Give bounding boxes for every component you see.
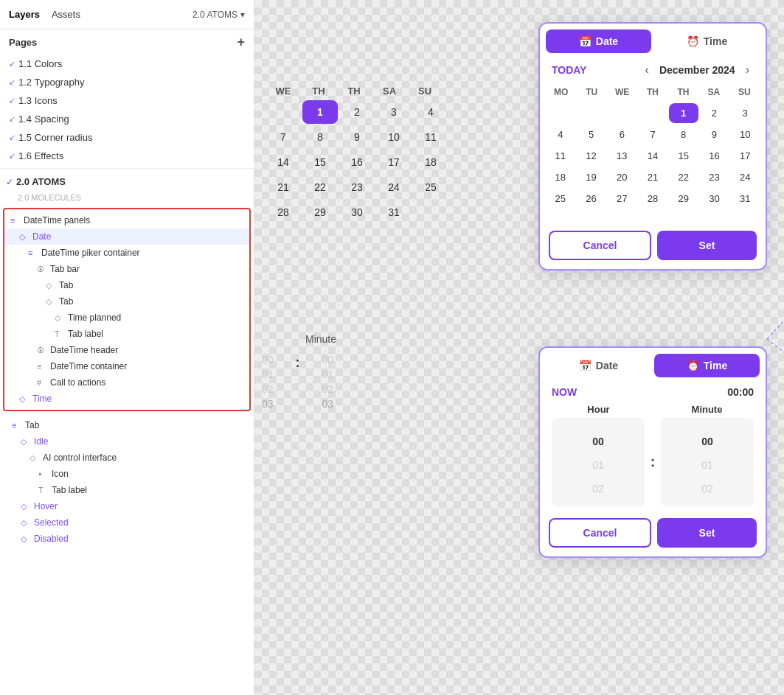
hour-item[interactable]: 02 [552, 477, 645, 500]
layer-time-planned[interactable]: ◇ Time planned [4, 310, 249, 326]
layer-date[interactable]: ◇ Date [4, 228, 249, 245]
cal-cell-selected[interactable]: 1 [302, 100, 338, 124]
cal-day[interactable]: 2 [700, 103, 729, 123]
cancel-button-top[interactable]: Cancel [549, 231, 651, 260]
layer-idle[interactable]: ◇ Idle [6, 433, 248, 450]
next-month-button-top[interactable]: › [741, 62, 754, 78]
layer-time[interactable]: ◇ Time [4, 391, 249, 407]
hour-item[interactable] [552, 418, 645, 430]
prev-month-button-top[interactable]: ‹ [641, 62, 653, 78]
cal-day[interactable]: 29 [669, 189, 698, 209]
today-button-top[interactable]: TODAY [552, 64, 586, 76]
cal-day[interactable]: 30 [700, 189, 729, 209]
hour-item[interactable]: 03 [552, 500, 645, 506]
set-button-bottom[interactable]: Set [657, 518, 757, 548]
minute-item[interactable]: 02 [661, 477, 754, 500]
minute-item[interactable]: 03 [661, 500, 754, 506]
cal-day[interactable]: 17 [730, 146, 760, 166]
layer-tab-bar[interactable]: ⦿ Tab bar [4, 261, 249, 277]
assets-tab[interactable]: Assets [52, 9, 80, 20]
cal-day[interactable]: 9 [700, 125, 729, 144]
cal-day[interactable]: 10 [730, 125, 760, 144]
cal-day[interactable]: 11 [546, 146, 575, 166]
layer-hover[interactable]: ◇ Hover [6, 498, 248, 514]
action-btns-top: Cancel Set [540, 225, 766, 269]
layer-label: DateTime piker container [41, 248, 140, 258]
page-label: 1.1 Colors [18, 58, 62, 69]
cal-cell: 25 [413, 175, 448, 199]
cal-day[interactable]: 31 [730, 189, 760, 209]
set-button-top[interactable]: Set [657, 231, 757, 260]
cal-day[interactable]: 13 [607, 146, 636, 166]
hour-scroll-col[interactable]: 00 01 02 03 [552, 418, 645, 506]
time-tab-bottom[interactable]: ⏰ Time [654, 354, 760, 377]
page-item-effects[interactable]: ↙ 1.6 Effects [3, 147, 251, 165]
cal-day[interactable]: 7 [638, 125, 667, 144]
cal-day[interactable]: 23 [700, 167, 729, 187]
page-item-colors[interactable]: ↙ 1.1 Colors [3, 55, 251, 73]
layer-icon-item[interactable]: ▪ Icon [6, 466, 248, 482]
layer-tab-label[interactable]: T Tab label [4, 326, 249, 342]
layer-tab-1[interactable]: ◇ Tab [4, 277, 249, 293]
cal-day[interactable] [607, 103, 636, 123]
cal-day[interactable]: 6 [607, 125, 636, 144]
cal-day[interactable]: 15 [669, 146, 698, 166]
layer-call-to-actions[interactable]: # Call to actions [4, 374, 249, 391]
bottom-layers: ≡ Tab ◇ Idle ◇ AI control interface ▪ Ic… [0, 414, 254, 550]
now-button[interactable]: NOW [552, 386, 577, 398]
cal-day[interactable]: 21 [638, 167, 667, 187]
layer-ai-control[interactable]: ◇ AI control interface [6, 450, 248, 466]
layer-tab-label-bottom[interactable]: T Tab label [6, 482, 248, 498]
cal-day[interactable]: 22 [669, 167, 698, 187]
cal-day[interactable]: 8 [669, 125, 698, 144]
layer-tab-bottom[interactable]: ≡ Tab [6, 417, 248, 433]
minute-scroll-col[interactable]: 00 01 02 03 [661, 418, 754, 506]
cal-day[interactable]: 20 [607, 167, 636, 187]
time-tab-top[interactable]: ⏰ Time [654, 29, 760, 53]
page-item-atoms[interactable]: ✓ 2.0 ATOMS [0, 172, 254, 192]
date-tab-top[interactable]: 📅 Date [546, 29, 651, 53]
cal-day[interactable]: 24 [730, 167, 760, 187]
page-item-spacing[interactable]: ↙ 1.4 Spacing [3, 110, 251, 128]
layer-selected[interactable]: ◇ Selected [6, 514, 248, 531]
layer-datetime-panels[interactable]: ≡ DateTime panels [4, 212, 249, 228]
minute-label: Minute [660, 404, 754, 415]
add-page-button[interactable]: + [237, 35, 245, 49]
minute-item[interactable]: 01 [661, 453, 754, 477]
list-icon: ≡ [10, 216, 21, 225]
cal-day[interactable]: 19 [577, 167, 606, 187]
cal-day[interactable]: 12 [577, 146, 606, 166]
page-item-typography[interactable]: ↙ 1.2 Typography [3, 73, 251, 91]
cal-day[interactable]: 3 [730, 103, 760, 123]
page-item-corner-radius[interactable]: ↙ 1.5 Corner radius [3, 128, 251, 147]
minute-item-active[interactable]: 00 [661, 430, 754, 453]
layer-tab-2[interactable]: ◇ Tab [4, 293, 249, 310]
cal-day[interactable]: 28 [638, 189, 667, 209]
cal-day[interactable]: 18 [546, 167, 575, 187]
minute-item[interactable] [661, 418, 754, 430]
cancel-button-bottom[interactable]: Cancel [549, 518, 651, 548]
hour-item-active[interactable]: 00 [552, 430, 645, 453]
cal-day[interactable]: 25 [546, 189, 575, 209]
layer-disabled[interactable]: ◇ Disabled [6, 531, 248, 547]
date-tab-bottom[interactable]: 📅 Date [546, 354, 651, 377]
layer-datetime-container-sub[interactable]: ≡ DateTime container [4, 358, 249, 374]
hour-item[interactable]: 01 [552, 453, 645, 477]
cal-day[interactable] [546, 210, 575, 219]
cal-day[interactable]: 26 [577, 189, 606, 209]
cal-cell: 22 [302, 175, 338, 199]
cal-day[interactable] [638, 103, 667, 123]
page-item-icons[interactable]: ↙ 1.3 Icons [3, 91, 251, 110]
layer-datetime-header[interactable]: ⦿ DateTime header [4, 342, 249, 358]
cal-day[interactable] [577, 103, 606, 123]
cal-day[interactable]: 27 [607, 189, 636, 209]
cal-day-selected[interactable]: 1 [669, 103, 698, 123]
layer-datetime-container[interactable]: ≡ DateTime piker container [4, 245, 249, 261]
cal-day[interactable]: 4 [546, 125, 575, 144]
pages-header: Pages + [0, 29, 254, 55]
cal-day[interactable] [546, 103, 575, 123]
cal-day[interactable]: 16 [700, 146, 729, 166]
cal-day[interactable]: 14 [638, 146, 667, 166]
layers-tab[interactable]: Layers [9, 9, 40, 20]
cal-day[interactable]: 5 [577, 125, 606, 144]
